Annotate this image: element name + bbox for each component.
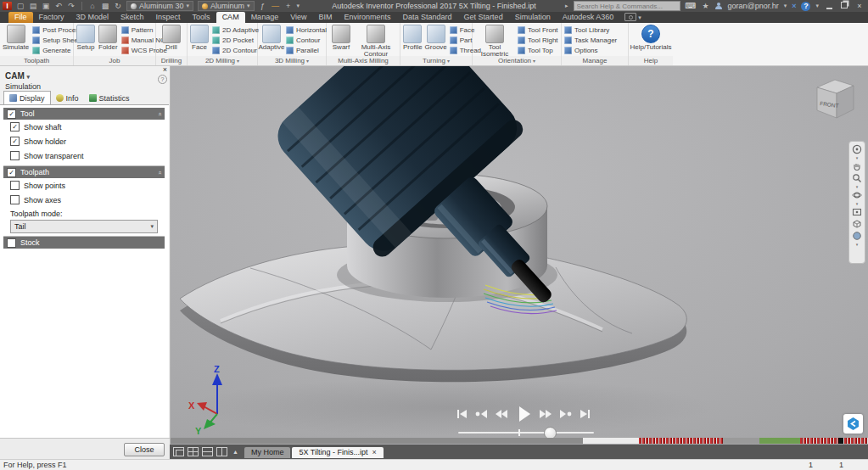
skip-to-end-button[interactable]: [578, 407, 591, 421]
panel-close-button[interactable]: Close: [124, 443, 165, 456]
options-button[interactable]: Options: [564, 46, 617, 55]
exchange-apps-icon[interactable]: ×: [792, 2, 796, 10]
tab-3d-model[interactable]: 3D Model: [70, 12, 115, 23]
view-cube[interactable]: FRONT: [809, 73, 861, 126]
rewind-button[interactable]: [494, 407, 509, 421]
show-holder-row[interactable]: ✓ Show holder: [3, 134, 165, 148]
help-dropdown-icon[interactable]: ▾: [815, 3, 819, 9]
face-2d-button[interactable]: Face: [190, 25, 209, 51]
view-dropdown-icon[interactable]: ▾: [856, 243, 859, 246]
tool-front-button[interactable]: Tool Front: [518, 25, 558, 35]
simulation-speed-slider[interactable]: [458, 427, 594, 439]
appearance-select[interactable]: Aluminum ▾: [198, 1, 255, 11]
orbit-icon[interactable]: [852, 190, 862, 200]
2d-adaptive-button[interactable]: 2D Adaptive: [212, 25, 259, 35]
toolpath-section-header[interactable]: ✓ Toolpath »: [3, 166, 165, 178]
tab-my-home[interactable]: My Home: [244, 447, 291, 458]
search-go-icon[interactable]: ▸: [565, 3, 568, 9]
show-shaft-row[interactable]: ✓ Show shaft: [3, 120, 165, 134]
shaded-view-icon[interactable]: [852, 231, 862, 241]
show-holder-checkbox[interactable]: ✓: [10, 137, 20, 146]
tab-environments[interactable]: Environments: [339, 12, 397, 23]
restore-button[interactable]: [839, 2, 849, 10]
tab-manage[interactable]: Manage: [245, 12, 285, 23]
tool-top-button[interactable]: Tool Top: [518, 46, 558, 55]
tab-cam[interactable]: CAM: [216, 12, 245, 23]
expand-tabs-icon[interactable]: ▲: [232, 449, 238, 455]
tab-tools[interactable]: Tools: [187, 12, 216, 23]
zoom-dropdown-icon[interactable]: ▾: [856, 185, 859, 188]
camera-dropdown-icon[interactable]: ▾: [638, 14, 641, 21]
view-style-icon[interactable]: ▩: [101, 2, 109, 10]
minimize-button[interactable]: [824, 2, 834, 11]
redo-icon[interactable]: ↷: [67, 2, 76, 10]
tool-library-button[interactable]: Tool Library: [564, 25, 617, 35]
close-button[interactable]: ×: [854, 2, 865, 10]
groove-button[interactable]: Groove: [426, 25, 446, 51]
qat-dropdown-icon[interactable]: ▾: [297, 3, 300, 9]
adaptive-button[interactable]: Adaptive: [260, 25, 283, 51]
tab-document[interactable]: 5X Tilting - Finis...ipt ×: [292, 447, 383, 458]
camera-icon[interactable]: [624, 13, 636, 21]
swarf-button[interactable]: Swarf: [329, 25, 353, 51]
home-icon[interactable]: ⌂: [88, 2, 97, 10]
toolpath-section-checkbox[interactable]: ✓: [7, 168, 16, 177]
pan-hand-icon[interactable]: [852, 161, 862, 171]
tile-windows-icon[interactable]: [188, 447, 199, 456]
play-button[interactable]: [514, 405, 533, 423]
tab-view[interactable]: View: [284, 12, 312, 23]
navigation-wheel-icon[interactable]: [852, 144, 862, 154]
save-icon[interactable]: ▣: [42, 2, 50, 10]
simulation-timeline-scrubber[interactable]: [170, 438, 868, 444]
tab-bim[interactable]: BIM: [313, 12, 339, 23]
zoom-icon[interactable]: [852, 173, 862, 183]
collapse-icon[interactable]: »: [155, 112, 163, 115]
show-shaft-checkbox[interactable]: ✓: [10, 122, 20, 131]
drill-button[interactable]: Drill: [160, 25, 183, 51]
stock-section-header[interactable]: Stock: [3, 237, 165, 249]
cascade-windows-icon[interactable]: [173, 447, 184, 456]
tab-sketch[interactable]: Sketch: [115, 12, 150, 23]
previous-operation-button[interactable]: [474, 407, 489, 421]
folder-button[interactable]: Folder: [98, 25, 118, 51]
timeline-position-marker[interactable]: [838, 438, 843, 444]
tab-data-standard[interactable]: Data Standard: [397, 12, 458, 23]
new-file-icon[interactable]: ▢: [16, 2, 25, 10]
setup-button[interactable]: Setup: [76, 25, 95, 51]
show-points-row[interactable]: Show points: [3, 178, 165, 193]
stock-section-checkbox[interactable]: [7, 238, 16, 248]
help-icon[interactable]: ?: [801, 2, 810, 11]
fx-icon[interactable]: ƒ: [259, 2, 267, 10]
tab-inspect[interactable]: Inspect: [150, 12, 187, 23]
toolpath-mode-select[interactable]: Tail ▾: [10, 220, 158, 233]
show-axes-row[interactable]: Show axes: [3, 193, 165, 207]
tab-factory[interactable]: Factory: [33, 12, 70, 23]
look-at-icon[interactable]: [852, 207, 862, 217]
skip-to-start-button[interactable]: [456, 407, 469, 421]
orbit-dropdown-icon[interactable]: ▾: [856, 202, 859, 205]
update-icon[interactable]: ↻: [114, 2, 122, 10]
view-face-icon[interactable]: [852, 219, 862, 229]
show-points-checkbox[interactable]: [10, 181, 20, 190]
color-line-icon[interactable]: —: [272, 2, 280, 10]
open-file-icon[interactable]: ▤: [29, 2, 37, 10]
simulate-button[interactable]: Simulate: [3, 25, 29, 51]
a360-collaboration-icon[interactable]: [843, 414, 863, 434]
group-label-2d-milling[interactable]: 2D Milling▾: [188, 56, 257, 65]
2d-pocket-button[interactable]: 2D Pocket: [212, 36, 259, 45]
sign-in-pen-icon[interactable]: ⌨: [686, 2, 697, 10]
tab-statistics[interactable]: Statistics: [84, 92, 135, 104]
user-name[interactable]: goran@pnor.hr: [728, 2, 779, 10]
tab-display[interactable]: Display: [3, 91, 51, 104]
tool-section-checkbox[interactable]: ✓: [7, 109, 16, 119]
multi-axis-contour-button[interactable]: Multi-Axis Contour: [356, 25, 395, 58]
horizontal-tile-icon[interactable]: [202, 447, 213, 456]
favorites-star-icon[interactable]: ★: [702, 2, 710, 10]
show-transparent-row[interactable]: Show transparent: [3, 148, 165, 163]
panel-title[interactable]: CAM ▾: [5, 71, 30, 81]
search-input[interactable]: [574, 1, 680, 11]
group-label-orientation[interactable]: Orientation▾: [473, 56, 561, 65]
tab-info[interactable]: Info: [51, 92, 84, 104]
profile-button[interactable]: Profile: [403, 25, 423, 51]
horizontal-button[interactable]: Horizontal: [286, 25, 327, 35]
